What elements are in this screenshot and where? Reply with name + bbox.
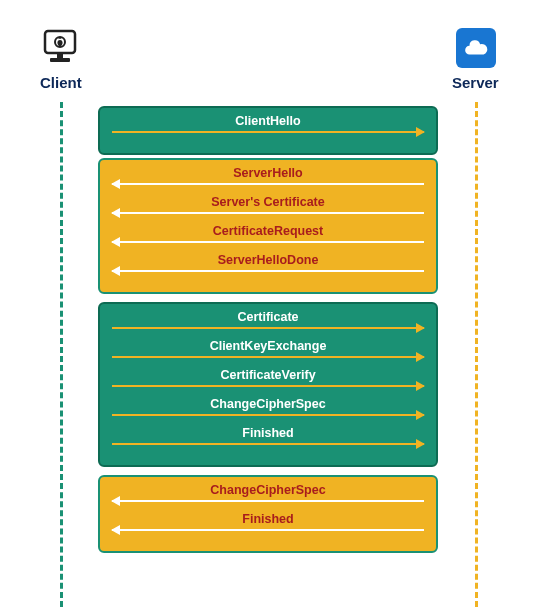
message-row: Server's Certificate: [112, 195, 424, 224]
message-row: ServerHello: [112, 166, 424, 195]
arrow-left-icon: [112, 529, 424, 531]
message-row: Certificate: [112, 310, 424, 339]
message-label: Finished: [112, 426, 424, 441]
client-label: Client: [40, 74, 82, 91]
cloud-icon: [456, 28, 496, 68]
header-row: Client Server: [0, 28, 549, 98]
message-label: ClientHello: [112, 114, 424, 129]
message-label: CertificateVerify: [112, 368, 424, 383]
message-row: ClientKeyExchange: [112, 339, 424, 368]
message-label: Server's Certificate: [112, 195, 424, 210]
message-row: ServerHelloDone: [112, 253, 424, 282]
message-block-3: CertificateClientKeyExchangeCertificateV…: [98, 302, 438, 467]
message-row: ClientHello: [112, 114, 424, 143]
message-label: CertificateRequest: [112, 224, 424, 239]
arrow-right-icon: [112, 385, 424, 387]
message-label: ChangeCipherSpec: [112, 397, 424, 412]
svg-rect-3: [50, 58, 70, 62]
arrow-right-icon: [112, 414, 424, 416]
message-label: ClientKeyExchange: [112, 339, 424, 354]
message-label: Finished: [112, 512, 424, 527]
message-row: CertificateVerify: [112, 368, 424, 397]
arrow-left-icon: [112, 270, 424, 272]
message-label: ServerHello: [112, 166, 424, 181]
message-block-1: ClientHello: [98, 106, 438, 155]
message-row: Finished: [112, 426, 424, 455]
computer-icon: [40, 28, 80, 68]
arrow-left-icon: [112, 183, 424, 185]
arrow-left-icon: [112, 241, 424, 243]
server-lifeline: [475, 102, 478, 607]
message-label: ChangeCipherSpec: [112, 483, 424, 498]
message-row: ChangeCipherSpec: [112, 397, 424, 426]
message-label: Certificate: [112, 310, 424, 325]
server-label: Server: [452, 74, 499, 91]
message-row: ChangeCipherSpec: [112, 483, 424, 512]
arrow-right-icon: [112, 327, 424, 329]
arrow-right-icon: [112, 356, 424, 358]
arrow-left-icon: [112, 212, 424, 214]
arrow-right-icon: [112, 443, 424, 445]
message-row: Finished: [112, 512, 424, 541]
svg-rect-2: [57, 53, 63, 58]
arrow-right-icon: [112, 131, 424, 133]
message-label: ServerHelloDone: [112, 253, 424, 268]
arrow-left-icon: [112, 500, 424, 502]
client-lifeline: [60, 102, 63, 607]
message-block-2: ServerHelloServer's CertificateCertifica…: [98, 158, 438, 294]
message-row: CertificateRequest: [112, 224, 424, 253]
message-block-4: ChangeCipherSpecFinished: [98, 475, 438, 553]
